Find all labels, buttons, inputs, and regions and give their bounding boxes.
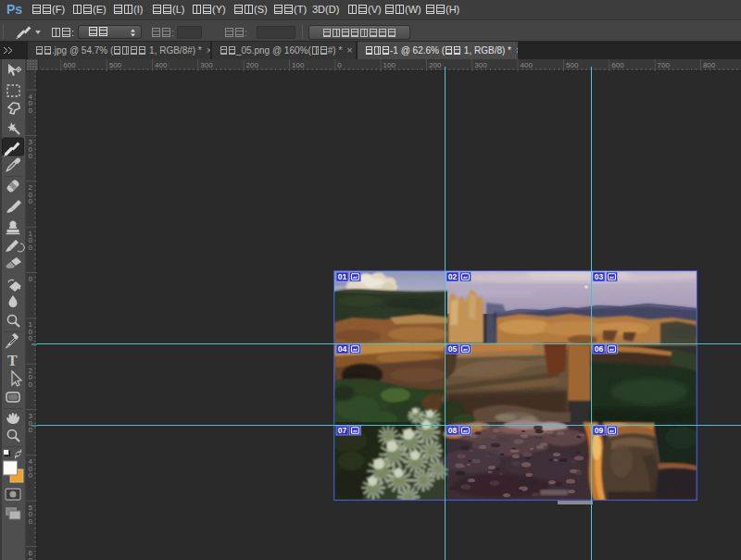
svg-text:T: T — [7, 353, 18, 368]
svg-text:05: 05 — [448, 344, 458, 354]
svg-text:01: 01 — [338, 272, 347, 281]
svg-text:09: 09 — [595, 426, 604, 435]
svg-text:0: 0 — [29, 275, 33, 283]
svg-text:04: 04 — [338, 344, 347, 354]
svg-text:200: 200 — [429, 61, 442, 69]
svg-text:0: 0 — [29, 243, 33, 252]
svg-text:0: 0 — [29, 517, 33, 526]
svg-text:200: 200 — [246, 61, 259, 69]
svg-text:600: 600 — [611, 61, 624, 69]
svg-text:07: 07 — [338, 426, 347, 435]
svg-text:300: 300 — [474, 61, 487, 69]
svg-text:03: 03 — [595, 272, 604, 281]
svg-text:100: 100 — [292, 61, 305, 69]
svg-text:0: 0 — [29, 556, 33, 560]
svg-text:0: 0 — [29, 380, 33, 389]
svg-text:100: 100 — [383, 61, 396, 69]
svg-text:500: 500 — [109, 61, 122, 69]
svg-text:400: 400 — [521, 61, 534, 69]
svg-text:0: 0 — [29, 471, 33, 479]
svg-text:0: 0 — [29, 152, 33, 160]
svg-text:500: 500 — [566, 61, 579, 69]
svg-text:06: 06 — [595, 344, 604, 354]
svg-text:0: 0 — [29, 197, 33, 205]
svg-text:300: 300 — [200, 61, 213, 69]
svg-text:800: 800 — [703, 61, 716, 69]
svg-text:02: 02 — [448, 272, 458, 281]
svg-text:0: 0 — [29, 426, 33, 434]
svg-text:0: 0 — [29, 106, 33, 115]
svg-text:700: 700 — [658, 61, 671, 69]
svg-text:0: 0 — [337, 61, 342, 69]
svg-text:400: 400 — [155, 61, 168, 69]
svg-text:08: 08 — [448, 426, 458, 435]
svg-text:600: 600 — [63, 61, 76, 69]
svg-text:0: 0 — [29, 334, 33, 342]
